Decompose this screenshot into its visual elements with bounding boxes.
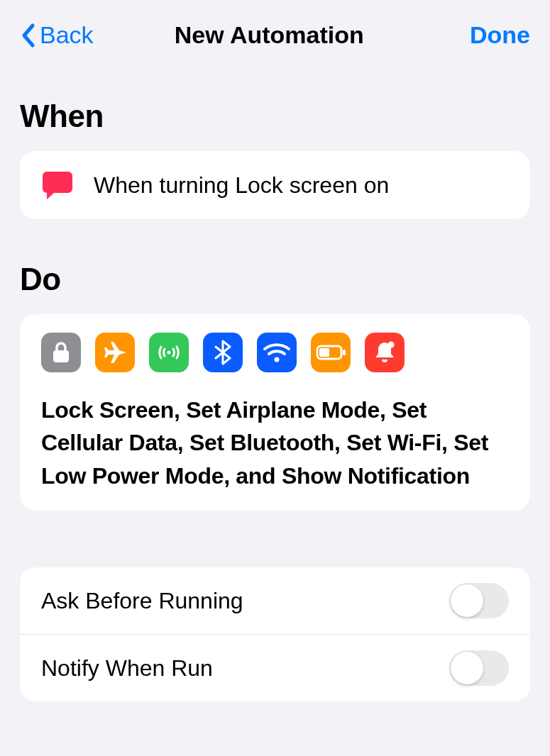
notify-when-run-toggle[interactable] <box>449 650 509 686</box>
back-label: Back <box>40 21 94 49</box>
done-button[interactable]: Done <box>445 21 530 49</box>
svg-rect-5 <box>343 350 346 355</box>
toggle-knob <box>451 584 483 617</box>
action-icon-row <box>41 333 509 372</box>
svg-rect-0 <box>53 350 69 362</box>
when-text: When turning Lock screen on <box>94 172 389 199</box>
do-header: Do <box>20 262 530 297</box>
do-card[interactable]: Lock Screen, Set Airplane Mode, Set Cell… <box>20 314 530 511</box>
back-button[interactable]: Back <box>20 21 94 49</box>
ask-before-running-toggle[interactable] <box>449 583 509 618</box>
ask-before-running-row: Ask Before Running <box>20 567 530 635</box>
bell-icon <box>365 333 405 372</box>
svg-rect-4 <box>319 348 329 357</box>
when-card[interactable]: When turning Lock screen on <box>20 151 530 219</box>
navigation-bar: Back New Automation Done <box>0 0 550 56</box>
ask-before-running-label: Ask Before Running <box>41 588 243 614</box>
battery-icon <box>311 333 351 372</box>
wifi-icon <box>257 333 297 372</box>
svg-point-2 <box>275 357 280 362</box>
cellular-icon <box>149 333 189 372</box>
lock-icon <box>41 333 81 372</box>
svg-point-6 <box>388 342 395 348</box>
do-text: Lock Screen, Set Airplane Mode, Set Cell… <box>41 394 509 492</box>
bluetooth-icon <box>203 333 243 372</box>
when-header: When <box>20 99 530 134</box>
chevron-left-icon <box>20 23 35 48</box>
notify-when-run-label: Notify When Run <box>41 655 213 682</box>
svg-point-1 <box>167 351 171 355</box>
notify-when-run-row: Notify When Run <box>20 635 530 701</box>
speech-bubble-icon <box>41 169 74 201</box>
page-title: New Automation <box>94 21 445 49</box>
toggle-knob <box>451 652 483 684</box>
airplane-icon <box>95 333 135 372</box>
settings-card: Ask Before Running Notify When Run <box>20 567 530 701</box>
